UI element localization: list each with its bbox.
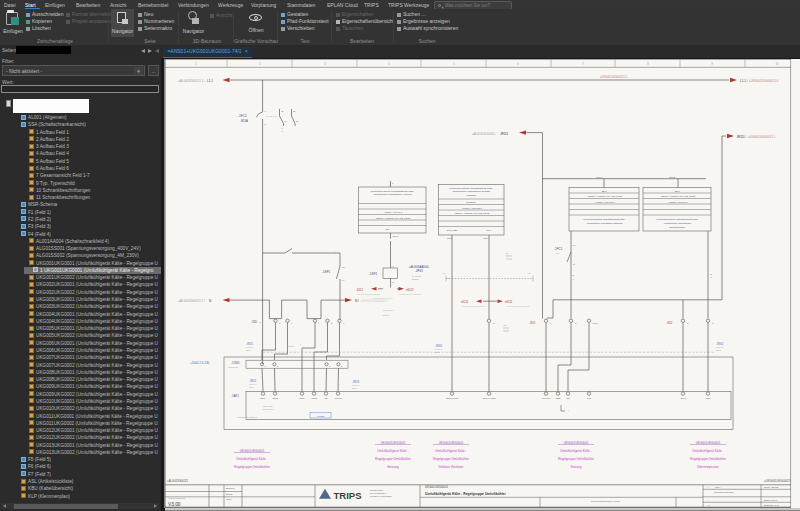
svg-text:TRIPS GmbH: TRIPS GmbH (370, 489, 384, 491)
svg-text:35 a: 35 a (602, 190, 607, 193)
svg-text:N /: N / (355, 299, 359, 303)
svg-text:DC+: DC+ (386, 228, 391, 230)
svg-text:COP 10-24: COP 10-24 (263, 408, 275, 410)
svg-text:UKG001UKG0001: UKG001UKG0001 (439, 441, 464, 445)
svg-text:V3.00: V3.00 (168, 502, 181, 507)
svg-text:Übertemperatur: Übertemperatur (697, 465, 719, 469)
svg-text:-1K1:454: -1K1:454 (542, 397, 552, 399)
svg-text:=ALG01AA004/10.7: =ALG01AA004/10.7 (666, 201, 688, 204)
svg-text:N2.5: N2.5 (716, 349, 721, 351)
svg-text:Regelgruppe Umluftkühler: Regelgruppe Umluftkühler (433, 457, 469, 461)
svg-text:UKG001UKG0001: UKG001UKG0001 (564, 441, 589, 445)
svg-text:- Regelgruppe Umluftkühler: - Regelgruppe Umluftkühler (663, 222, 691, 224)
svg-text:Wärmetau.: Wärmetau. (228, 366, 239, 368)
svg-text:=UKG001UKG0002/1.1: =UKG001UKG0002/1.1 (748, 135, 776, 139)
svg-text:-XD2: -XD2 (529, 321, 536, 325)
svg-text:DDC GLT: DDC GLT (263, 405, 273, 407)
svg-text:UKG001UKG0001: UKG001UKG0001 (714, 491, 734, 494)
svg-text:=ALG01AA004+: =ALG01AA004+ (409, 265, 430, 269)
svg-text:RES: RES (556, 397, 561, 399)
svg-text:-2K1:0V GND: -2K1:0V GND (482, 397, 496, 399)
svg-text:Regelgruppe Umluftkühler: Regelgruppe Umluftkühler (375, 457, 411, 461)
svg-text:-4PG1: -4PG1 (415, 269, 424, 273)
svg-text:35 a: 35 a (675, 190, 680, 193)
svg-text:- Regelgruppe Umluftkühler Hei: - Regelgruppe Umluftkühler Heizung (373, 193, 412, 196)
svg-text:=ALG01AA004/10.7: =ALG01AA004/10.7 (593, 201, 615, 204)
svg-text:0 10V: 0 10V (592, 322, 599, 325)
svg-text:Störung: Störung (571, 465, 582, 469)
svg-text:-WD3: -WD3 (352, 380, 360, 384)
svg-text:=UKG001UKG0002/1.0: =UKG001UKG0002/1.0 (749, 79, 779, 83)
svg-text:PVC 4x: PVC 4x (249, 383, 257, 385)
svg-text:54Z5018: 54Z5018 (466, 201, 476, 204)
svg-text:L1.1 /: L1.1 / (740, 79, 748, 83)
svg-text:UKG001UKG0001 Umluftkühlgerät: UKG001UKG0001 Umluftkühlgerät Kälte (583, 218, 625, 220)
svg-text:-X20: -X20 (251, 320, 257, 324)
svg-text:Umluftkühlgerät Kälte -: Umluftkühlgerät Kälte - (692, 449, 723, 453)
svg-text:- Regelgruppe Umluftkühler Stö: - Regelgruppe Umluftkühler Störung (586, 222, 623, 224)
svg-text:B20A: B20A (241, 119, 248, 123)
svg-text:-WD2: -WD2 (249, 379, 257, 383)
svg-text:=UKG001UKG0001/2.2: =UKG001UKG0001/2.2 (356, 293, 381, 295)
svg-text:-1C1R: -1C1R (311, 397, 318, 399)
svg-text:e6111: e6111 (505, 300, 513, 304)
svg-text:MWA: MWA (486, 229, 492, 231)
svg-text:Regelgruppe Umluftkühler: Regelgruppe Umluftkühler (558, 457, 594, 461)
svg-text:=UKG001UKG0001/2.4: =UKG001UKG0001/2.4 (398, 293, 423, 295)
svg-text:=UKG001UKG0001/3.1: =UKG001UKG0001/3.1 (461, 305, 486, 307)
svg-text:718 1: 718 1 (393, 235, 399, 237)
svg-text:=ALG01UKG0001 /: =ALG01UKG0001 / (472, 132, 496, 136)
svg-text:PVC 4x: PVC 4x (716, 346, 724, 348)
svg-text:SYSLINK: SYSLINK (412, 275, 422, 277)
svg-text:=ALG01AA004/1.1: =ALG01AA004/1.1 (382, 211, 403, 214)
svg-text:TRIPS: TRIPS (334, 490, 362, 501)
svg-text:Gepr.: Gepr. (226, 498, 232, 501)
svg-text:-M1485: -M1485 (334, 397, 342, 399)
svg-text:=UKG001UKG0002/1: =UKG001UKG0002/1 (764, 479, 791, 483)
svg-text:-1FC1: -1FC1 (238, 114, 247, 118)
svg-text:UKG001UKG0001 Umluftkühlgerät: UKG001UKG0001 Umluftkühlgerät Kälte (656, 218, 698, 220)
svg-text:-CXD21: -CXD21 (316, 415, 325, 417)
svg-text:GNYE: GNYE (288, 345, 294, 347)
svg-text:Version Schaltplan: Version Schaltplan (168, 497, 186, 499)
svg-text:=UKG001UKG0002/1.0: =UKG001UKG0002/1.0 (600, 75, 628, 79)
svg-text:N2.5: N2.5 (249, 386, 254, 388)
svg-text:+5004 2.6.230: +5004 2.6.230 (190, 361, 210, 365)
svg-text:Blatt 1 von 1: Blatt 1 von 1 (764, 499, 778, 502)
svg-text:UKG001UKG0001: UKG001UKG0001 (696, 441, 721, 445)
svg-text:Umluftkühlgerät Kälte -: Umluftkühlgerät Kälte - (236, 457, 267, 461)
svg-text:-WG1: -WG1 (435, 344, 443, 348)
svg-text:Ventilator: Ventilator (466, 194, 476, 197)
svg-text:Heizung: Heizung (387, 465, 399, 469)
svg-text:Norm. TRIPS: Norm. TRIPS (764, 486, 779, 489)
svg-text:-6112: -6112 (356, 288, 363, 292)
svg-text:718/1: 718/1 (447, 237, 453, 239)
svg-text:Regelgruppe Umluftkühler: Regelgruppe Umluftkühler (690, 457, 726, 461)
svg-text:Messung bei statt 90: Messung bei statt 90 (237, 416, 258, 418)
svg-text:-WD1: -WD1 (246, 342, 254, 346)
svg-text:JR111 /: JR111 / (737, 135, 747, 139)
svg-text:UKG001UKG0001: UKG001UKG0001 (425, 485, 448, 489)
svg-text:-1C1A: -1C1A (299, 397, 306, 399)
svg-text:JR111: JR111 (500, 132, 509, 136)
svg-text:-1KF1: -1KF1 (322, 270, 331, 274)
svg-text:=ALG01SS002/2.1 /: =ALG01SS002/2.1 / (178, 79, 205, 83)
svg-text:Umluftkühlgerät Kälte - Regelg: Umluftkühlgerät Kälte - Regelgruppe Umlu… (425, 492, 506, 496)
svg-text:1 sq 2 (L): 1 sq 2 (L) (383, 309, 394, 312)
svg-text:718/4: 718/4 (483, 237, 489, 239)
svg-text:PVC 4x: PVC 4x (246, 346, 254, 348)
svg-text:Gebläse Ventilator: Gebläse Ventilator (438, 465, 463, 469)
svg-text:Blatt gen. 147: Blatt gen. 147 (764, 504, 779, 507)
svg-text:-2K1:Pt 5 10V: -2K1:Pt 5 10V (445, 397, 459, 399)
svg-text:e6112: e6112 (406, 288, 414, 292)
svg-text:=UKG001UKG0002/1.0: =UKG001UKG0002/1.0 (361, 299, 389, 303)
svg-text:PVC 4x: PVC 4x (352, 384, 360, 386)
svg-text:N2.5: N2.5 (435, 351, 440, 353)
svg-text:Regelgruppe Umluftkühler: Regelgruppe Umluftkühler (234, 465, 270, 469)
svg-text:L1.1: L1.1 (207, 79, 213, 83)
svg-text:=ALG01SS002/2.1 /: =ALG01SS002/2.1 / (178, 299, 205, 303)
svg-text:e6111: e6111 (461, 300, 469, 304)
svg-text:=ALG01AA004/1C.1: =ALG01AA004/1C.1 (460, 207, 482, 210)
svg-text:Siemensstraße 8: Siemensstraße 8 (370, 492, 387, 494)
svg-text:D-37308 Heiligenstadt: D-37308 Heiligenstadt (370, 495, 392, 497)
